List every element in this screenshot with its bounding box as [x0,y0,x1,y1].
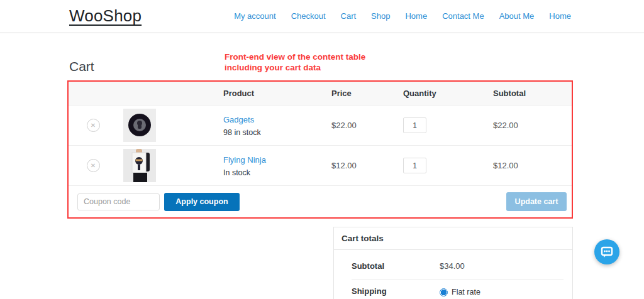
shipping-label: Shipping [352,286,440,299]
cart-totals-panel: Cart totals Subtotal $34.00 Shipping Fla… [333,227,573,299]
price-value: $22.00 [331,121,403,130]
cart-table: Product Price Quantity Subtotal ✕ Gadget… [67,80,573,219]
coupon-code-input[interactable] [77,193,160,210]
shipping-option-flat-rate[interactable]: Flat rate [440,288,499,296]
page-title: Cart [69,59,94,74]
chat-widget-button[interactable] [594,239,619,264]
remove-item-icon[interactable]: ✕ [87,119,100,132]
col-product: Product [223,89,331,98]
price-value: $12.00 [331,161,403,170]
remove-item-icon[interactable]: ✕ [87,159,100,172]
subtotal-value: $12.00 [493,161,572,170]
stock-status: In stock [223,168,331,177]
nav-contact-me[interactable]: Contact Me [442,11,484,21]
product-link-gadgets[interactable]: Gadgets [223,115,254,124]
nav-shop[interactable]: Shop [371,11,390,21]
cart-table-header: Product Price Quantity Subtotal [69,82,572,106]
shipping-option-label: Flat rate [452,288,480,296]
cart-page: WooShop My account Checkout Cart Shop Ho… [0,0,644,299]
update-cart-button[interactable]: Update cart [506,192,567,211]
cart-actions-row: Apply coupon Update cart [69,186,572,217]
quantity-input-flying-ninja[interactable] [403,158,426,173]
annotation-line-2: including your cart data [225,62,388,73]
col-price: Price [331,89,403,98]
subtotal-row: Subtotal $34.00 [334,250,572,279]
chat-bubble-icon [599,244,614,259]
subtotal-label: Subtotal [352,261,440,271]
col-subtotal: Subtotal [493,89,572,98]
apply-coupon-button[interactable]: Apply coupon [164,193,240,211]
product-link-flying-ninja[interactable]: Flying Ninja [223,155,266,165]
table-row-flying-ninja: ✕ Flying Ninja In stock $12.00 [69,146,572,186]
site-header: WooShop My account Checkout Cart Shop Ho… [0,0,644,33]
nav-my-account[interactable]: My account [234,11,275,21]
product-image-flying-ninja[interactable] [123,149,156,182]
stock-status: 98 in stock [223,128,331,137]
product-image-gadgets[interactable] [123,109,156,142]
subtotal-amount: $34.00 [440,261,465,271]
annotation-note: Front-end view of the content table incl… [225,52,388,73]
shipping-row: Shipping Flat rate Free shipping [334,280,572,299]
subtotal-value: $22.00 [493,121,572,130]
nav-home[interactable]: Home [405,11,427,21]
nav-home-2[interactable]: Home [549,11,571,21]
nav-about-me[interactable]: About Me [499,11,535,21]
site-logo[interactable]: WooShop [69,6,142,26]
quantity-input-gadgets[interactable] [403,117,426,133]
cart-totals-title: Cart totals [334,227,572,250]
main-nav: My account Checkout Cart Shop Home Conta… [234,11,571,21]
nav-cart[interactable]: Cart [341,11,357,21]
col-quantity: Quantity [403,89,493,98]
table-row-gadgets: ✕ Gadgets 98 in stock $22.00 $22.00 [69,106,572,146]
nav-checkout[interactable]: Checkout [291,11,326,21]
annotation-line-1: Front-end view of the content table [225,52,388,62]
radio-checked-icon[interactable] [440,288,448,296]
